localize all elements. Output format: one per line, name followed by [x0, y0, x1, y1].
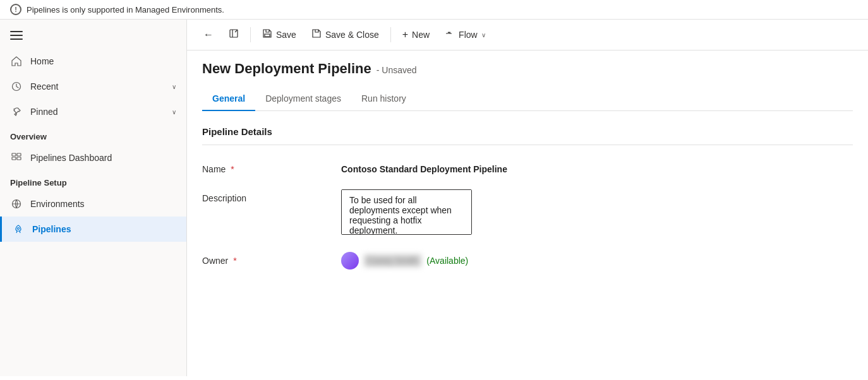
description-textarea-wrapper [341, 189, 853, 237]
owner-field: Owner * Casey Smith (Available) [202, 252, 853, 270]
hamburger-icon [10, 31, 23, 40]
pipelines-label: Pipelines [32, 224, 71, 234]
owner-label: Owner * [202, 252, 341, 266]
form-divider [202, 145, 853, 145]
description-label: Description [202, 189, 341, 203]
sidebar-item-recent[interactable]: Recent ∨ [0, 74, 186, 99]
setup-header: Pipeline Setup [0, 170, 186, 191]
svg-rect-8 [265, 34, 270, 37]
clock-icon [10, 80, 23, 93]
svg-rect-4 [17, 157, 21, 160]
sidebar-item-home[interactable]: Home [0, 49, 186, 74]
sidebar-item-pinned[interactable]: Pinned ∨ [0, 99, 186, 124]
description-textarea[interactable] [341, 189, 472, 235]
flow-label: Flow [459, 30, 478, 40]
new-button[interactable]: + New [396, 25, 436, 44]
new-label: New [412, 30, 430, 40]
open-icon [229, 28, 239, 41]
info-icon: ! [10, 4, 21, 15]
dashboard-icon [10, 151, 23, 164]
pinned-chevron-icon: ∨ [172, 109, 176, 116]
save-close-icon [311, 28, 322, 41]
save-close-label: Save & Close [325, 30, 379, 40]
main-content: ← Save [187, 20, 868, 376]
toolbar: ← Save [187, 20, 868, 50]
svg-rect-2 [17, 153, 21, 156]
owner-required-indicator: * [233, 256, 236, 266]
hamburger-button[interactable] [0, 25, 186, 46]
pin-icon [10, 105, 23, 118]
new-icon: + [402, 29, 408, 40]
globe-icon [10, 198, 23, 210]
sidebar-item-environments[interactable]: Environments [0, 191, 186, 217]
rocket-icon [12, 223, 25, 235]
toolbar-divider-1 [250, 27, 251, 42]
page-header: New Deployment Pipeline - Unsaved Genera… [187, 50, 868, 111]
tab-general[interactable]: General [202, 87, 255, 111]
tabs-row: General Deployment stages Run history [202, 87, 853, 111]
svg-rect-1 [12, 153, 16, 156]
save-icon [262, 28, 272, 41]
environments-label: Environments [30, 199, 85, 209]
home-icon [10, 55, 23, 68]
page-title: New Deployment Pipeline [202, 61, 371, 77]
pinned-label: Pinned [30, 107, 58, 117]
banner-message: Pipelines is only supported in Managed E… [27, 5, 224, 15]
name-field: Name * Contoso Standard Deployment Pipel… [202, 160, 853, 174]
back-icon: ← [203, 29, 214, 40]
page-title-row: New Deployment Pipeline - Unsaved [202, 61, 853, 77]
toolbar-divider-2 [390, 27, 391, 42]
section-title: Pipeline Details [202, 126, 853, 137]
owner-avatar [341, 252, 359, 270]
sidebar: Home Recent ∨ [0, 20, 187, 376]
tab-deployment-stages[interactable]: Deployment stages [255, 87, 351, 111]
home-label: Home [30, 56, 54, 66]
back-button[interactable]: ← [197, 25, 220, 44]
sidebar-item-pipelines-dashboard[interactable]: Pipelines Dashboard [0, 145, 186, 170]
save-label: Save [276, 30, 296, 40]
owner-status: (Available) [426, 256, 468, 266]
form-section: Pipeline Details Name * Contoso Standard… [187, 111, 868, 300]
description-field: Description [202, 189, 853, 237]
overview-header: Overview [0, 124, 186, 145]
top-banner: ! Pipelines is only supported in Managed… [0, 0, 868, 20]
flow-button[interactable]: Flow ∨ [438, 25, 492, 45]
save-close-button[interactable]: Save & Close [305, 25, 385, 45]
open-button[interactable] [222, 25, 245, 45]
save-button[interactable]: Save [256, 25, 303, 45]
sidebar-item-pipelines[interactable]: Pipelines [0, 217, 186, 242]
owner-name: Casey Smith [364, 254, 421, 267]
name-label: Name * [202, 160, 341, 174]
recent-chevron-icon: ∨ [172, 83, 176, 90]
name-required-indicator: * [231, 164, 234, 174]
owner-row: Casey Smith (Available) [341, 252, 468, 270]
svg-rect-3 [12, 157, 16, 160]
name-value: Contoso Standard Deployment Pipeline [341, 160, 853, 174]
flow-chevron-icon: ∨ [481, 32, 486, 39]
flow-icon [445, 28, 455, 41]
pipelines-dashboard-label: Pipelines Dashboard [30, 153, 112, 163]
page-subtitle: - Unsaved [377, 65, 417, 75]
recent-label: Recent [30, 81, 58, 92]
svg-point-6 [18, 228, 20, 230]
tab-run-history[interactable]: Run history [351, 87, 416, 111]
